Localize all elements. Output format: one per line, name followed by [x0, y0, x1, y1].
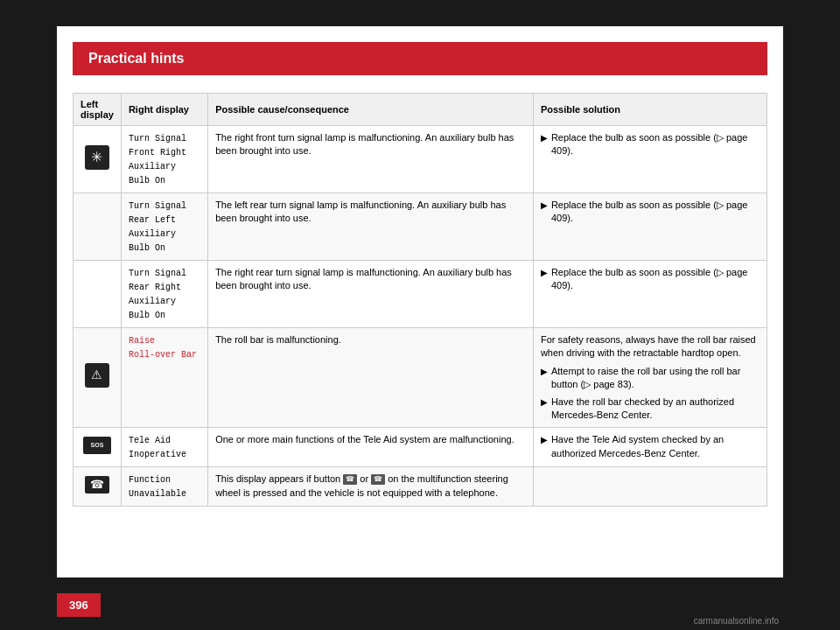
icon-cell: [74, 328, 122, 428]
arrow-icon: ▶: [541, 366, 548, 378]
col-header-cause: Possible cause/consequence: [208, 94, 534, 126]
sos-icon: [83, 437, 111, 454]
solution-cell: [533, 467, 766, 507]
right-display-text: Turn SignalFront RightAuxiliary Bulb On: [129, 134, 186, 186]
col-header-right: Right display: [121, 94, 207, 126]
cause-cell: The right rear turn signal lamp is malfu…: [208, 261, 534, 328]
right-display-text: Turn SignalRear LeftAuxiliary Bulb On: [129, 201, 186, 253]
cause-cell: The roll bar is malfunctioning.: [208, 328, 534, 428]
table-row: Turn SignalRear RightAuxiliary Bulb On T…: [74, 261, 767, 328]
icon-cell: [74, 261, 122, 328]
solution-cell: ▶ Have the Tele Aid system checked by an…: [533, 428, 766, 467]
arrow-icon: ▶: [541, 132, 548, 144]
right-display-cell: Turn SignalFront RightAuxiliary Bulb On: [121, 126, 207, 193]
cause-cell: This display appears if button or on the…: [208, 467, 534, 507]
table-row: Tele AidInoperative One or more main fun…: [74, 428, 767, 467]
page-content: Practical hints Left display Right displ…: [57, 26, 783, 578]
right-display-text: RaiseRoll-over Bar: [129, 336, 197, 360]
right-display-text: Turn SignalRear RightAuxiliary Bulb On: [129, 269, 186, 320]
icon-cell: [74, 428, 122, 467]
solution-item: ▶ Replace the bulb as soon as possible (…: [541, 199, 760, 226]
main-table: Left display Right display Possible caus…: [73, 93, 767, 507]
icon-cell: [74, 467, 122, 507]
right-display-text: Tele AidInoperative: [129, 436, 186, 459]
page-number: 396: [57, 593, 101, 617]
cause-cell: One or more main functions of the Tele A…: [208, 428, 534, 467]
inline-phone-icon-1: [343, 474, 357, 485]
watermark: carmanualsonline.info: [694, 616, 779, 626]
solution-cell: ▶ Replace the bulb as soon as possible (…: [533, 126, 766, 193]
solution-text: Have the roll bar checked by an authoriz…: [551, 396, 760, 423]
arrow-icon: ▶: [541, 396, 548, 409]
solution-cell: ▶ Replace the bulb as soon as possible (…: [533, 261, 766, 328]
table-row: Turn SignalRear LeftAuxiliary Bulb On Th…: [74, 193, 767, 261]
table-row: RaiseRoll-over Bar The roll bar is malfu…: [74, 328, 767, 428]
phone-icon: [85, 476, 109, 494]
rollbar-warning-icon: [85, 363, 109, 388]
arrow-icon: ▶: [541, 434, 548, 446]
icon-cell: [74, 193, 122, 261]
icon-cell: [74, 126, 122, 193]
sun-icon: [85, 145, 109, 170]
right-display-text: FunctionUnavailable: [129, 475, 186, 499]
cause-cell: The left rear turn signal lamp is malfun…: [208, 193, 534, 261]
table-row: FunctionUnavailable This display appears…: [74, 467, 767, 507]
table-row: Turn SignalFront RightAuxiliary Bulb On …: [74, 126, 767, 193]
cause-cell: The right front turn signal lamp is malf…: [208, 126, 534, 193]
arrow-icon: ▶: [541, 200, 548, 212]
solution-text: Replace the bulb as soon as possible (▷ …: [551, 266, 760, 293]
right-display-cell: Turn SignalRear RightAuxiliary Bulb On: [121, 261, 207, 328]
col-header-solution: Possible solution: [533, 94, 766, 126]
solution-text: Replace the bulb as soon as possible (▷ …: [551, 199, 760, 226]
right-display-cell: RaiseRoll-over Bar: [121, 328, 207, 428]
solution-item: ▶ Attempt to raise the roll bar using th…: [541, 365, 760, 392]
solution-intro: For safety reasons, always have the roll…: [541, 333, 760, 360]
solution-item: ▶ Have the Tele Aid system checked by an…: [541, 433, 760, 460]
solution-text: Attempt to raise the roll bar using the …: [551, 365, 760, 392]
col-header-left: Left display: [74, 94, 122, 126]
solution-cell: ▶ Replace the bulb as soon as possible (…: [533, 193, 766, 261]
solution-item: ▶ Have the roll bar checked by an author…: [541, 396, 760, 423]
solution-text: Replace the bulb as soon as possible (▷ …: [551, 131, 760, 158]
header-bar: Practical hints: [73, 42, 767, 75]
inline-phone-icon-2: [371, 474, 385, 485]
table-container: Left display Right display Possible caus…: [73, 93, 767, 507]
right-display-cell: Tele AidInoperative: [121, 428, 207, 467]
solution-item: ▶ Replace the bulb as soon as possible (…: [541, 131, 760, 158]
solution-text: Have the Tele Aid system checked by an a…: [551, 433, 760, 460]
right-display-cell: FunctionUnavailable: [121, 467, 207, 507]
right-display-cell: Turn SignalRear LeftAuxiliary Bulb On: [121, 193, 207, 261]
solution-cell: For safety reasons, always have the roll…: [533, 328, 766, 428]
arrow-icon: ▶: [541, 267, 548, 279]
solution-item: ▶ Replace the bulb as soon as possible (…: [541, 266, 760, 293]
page-title: Practical hints: [88, 51, 184, 66]
